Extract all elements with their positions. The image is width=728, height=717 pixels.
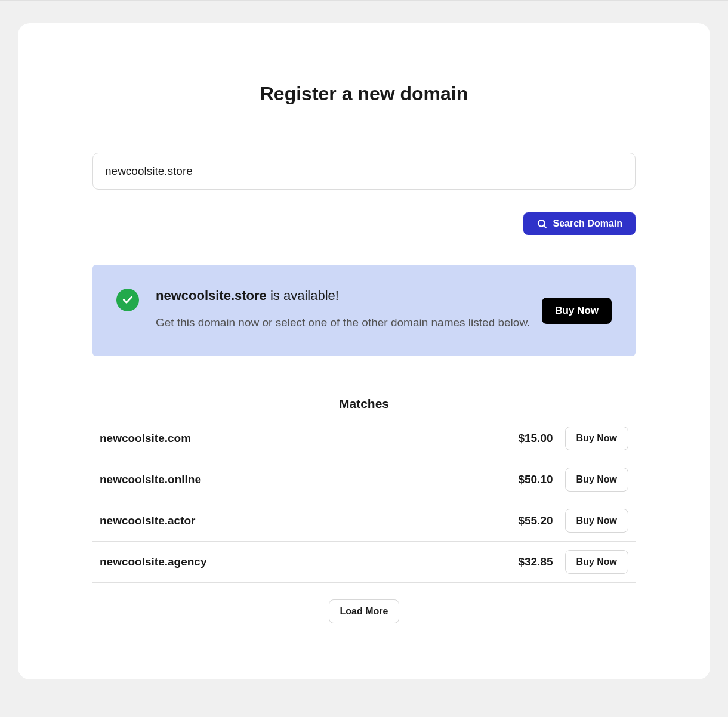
load-more-row: Load More — [92, 599, 636, 623]
buy-now-button[interactable]: Buy Now — [565, 468, 628, 492]
match-price: $32.85 — [518, 555, 553, 568]
search-button-label: Search Domain — [553, 218, 622, 229]
buy-now-button[interactable]: Buy Now — [565, 427, 628, 450]
buy-now-primary-button[interactable]: Buy Now — [542, 298, 612, 324]
match-price: $55.20 — [518, 514, 553, 527]
availability-suffix: is available! — [267, 288, 339, 303]
search-domain-button[interactable]: Search Domain — [523, 212, 636, 235]
matches-title: Matches — [92, 397, 636, 411]
table-row: newcoolsite.actor $55.20 Buy Now — [92, 500, 636, 542]
match-price: $15.00 — [518, 432, 553, 445]
match-name: newcoolsite.agency — [100, 555, 506, 568]
search-button-row: Search Domain — [92, 212, 636, 235]
check-circle-icon — [116, 289, 139, 311]
table-row: newcoolsite.agency $32.85 Buy Now — [92, 542, 636, 583]
buy-now-button[interactable]: Buy Now — [565, 550, 628, 574]
availability-title: newcoolsite.store is available! — [156, 288, 538, 305]
availability-panel: newcoolsite.store is available! Get this… — [92, 265, 636, 356]
search-icon — [536, 218, 547, 229]
domain-input[interactable] — [92, 153, 636, 190]
match-name: newcoolsite.com — [100, 432, 506, 445]
availability-subtext: Get this domain now or select one of the… — [156, 312, 538, 333]
match-name: newcoolsite.online — [100, 473, 506, 486]
svg-line-1 — [544, 225, 546, 228]
matches-section: Matches newcoolsite.com $15.00 Buy Now n… — [92, 397, 636, 623]
availability-text: newcoolsite.store is available! Get this… — [156, 288, 538, 333]
search-row: Search Domain — [92, 153, 636, 235]
match-price: $50.10 — [518, 473, 553, 486]
match-name: newcoolsite.actor — [100, 514, 506, 527]
main-card: Register a new domain Search Domain — [18, 23, 710, 679]
load-more-button[interactable]: Load More — [329, 599, 400, 623]
buy-now-button[interactable]: Buy Now — [565, 509, 628, 533]
table-row: newcoolsite.com $15.00 Buy Now — [92, 418, 636, 459]
page-title: Register a new domain — [92, 83, 636, 105]
table-row: newcoolsite.online $50.10 Buy Now — [92, 459, 636, 500]
availability-domain: newcoolsite.store — [156, 288, 267, 303]
